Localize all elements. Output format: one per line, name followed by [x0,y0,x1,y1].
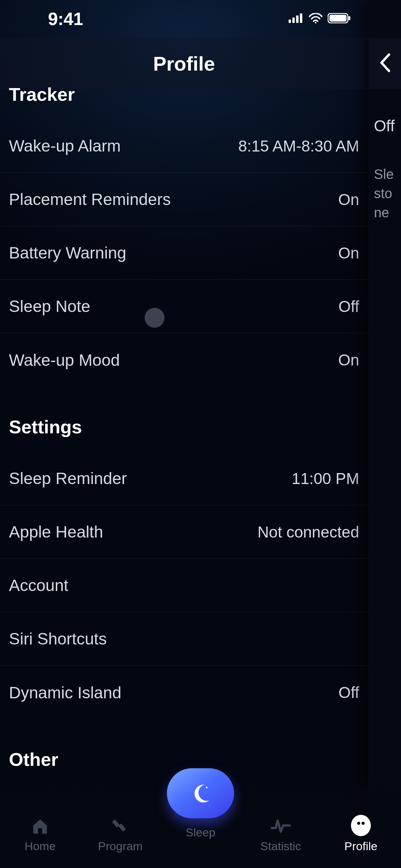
section-header-tracker: Tracker [0,84,368,105]
row-value: On [338,351,359,369]
tab-program[interactable]: Program [80,816,160,853]
tab-label: Home [25,840,56,853]
row-battery-warning[interactable]: Battery Warning On [0,226,368,280]
back-icon[interactable] [379,52,391,74]
tab-label: Program [98,840,143,853]
row-sleep-reminder[interactable]: Sleep Reminder 11:00 PM [0,452,368,505]
row-siri-shortcuts[interactable]: Siri Shortcuts [0,612,368,666]
status-indicators [289,13,351,25]
svg-rect-2 [296,15,299,23]
row-dynamic-island[interactable]: Dynamic Island Off [0,666,368,719]
tab-sleep[interactable]: Sleep [160,785,241,853]
tab-home[interactable]: Home [0,816,80,853]
svg-rect-1 [292,17,295,23]
row-value: 8:15 AM-8:30 AM [238,137,359,155]
svg-rect-7 [349,16,350,20]
row-label: Siri Shortcuts [9,629,107,648]
row-value: On [338,190,359,209]
section-header-other: Other [0,749,368,770]
row-value: On [338,244,359,262]
row-apple-health[interactable]: Apple Health Not connected [0,505,368,559]
detail-sheet-description: Sle sto ne [374,165,394,222]
tab-label: Profile [344,840,377,853]
settings-list[interactable]: Tracker Wake-up Alarm 8:15 AM-8:30 AM Pl… [0,89,368,868]
row-label: Sleep Reminder [9,469,127,488]
battery-icon [328,13,351,25]
row-label: Dynamic Island [9,683,121,702]
row-label: Account [9,576,68,595]
svg-rect-6 [329,15,347,22]
row-label: Wake-up Mood [9,351,120,370]
status-time: 9:41 [48,9,83,29]
program-icon [110,816,130,835]
row-value: Not connected [257,523,359,541]
nav-header: Profile [0,38,368,89]
detail-sheet-value: Off [374,117,395,135]
profile-icon [351,816,371,835]
svg-rect-0 [289,20,291,23]
row-sleep-note[interactable]: Sleep Note Off [0,280,368,333]
row-placement-reminders[interactable]: Placement Reminders On [0,173,368,226]
touch-indicator-icon [145,308,165,328]
status-bar: 9:41 [0,0,368,38]
profile-main-panel: 9:41 Profile Tracker Wake-up A [0,0,368,868]
tab-profile[interactable]: Profile [321,816,401,853]
home-icon [30,816,50,835]
row-label: Placement Reminders [9,190,171,209]
svg-rect-3 [300,13,302,23]
wifi-icon [308,13,323,25]
tab-label: Statistic [260,840,301,853]
row-label: Battery Warning [9,243,126,262]
sleep-icon [167,768,234,818]
row-account[interactable]: Account [0,559,368,612]
row-wake-up-alarm[interactable]: Wake-up Alarm 8:15 AM-8:30 AM [0,119,368,173]
svg-point-4 [315,22,317,24]
row-value: Off [338,297,359,316]
statistic-icon [271,816,291,835]
section-header-settings: Settings [0,416,368,437]
row-value: Off [338,683,359,702]
detail-sheet-header [368,38,401,89]
row-label: Wake-up Alarm [9,136,121,155]
page-title: Profile [153,52,215,75]
row-wake-up-mood[interactable]: Wake-up Mood On [0,333,368,387]
cellular-icon [289,13,304,24]
tab-bar: Home Program Sleep Statistic [0,779,401,868]
detail-sheet-peek[interactable]: Off Sle sto ne [368,0,401,868]
row-label: Sleep Note [9,297,90,316]
tab-statistic[interactable]: Statistic [241,816,321,853]
row-label: Apple Health [9,522,103,541]
tab-label: Sleep [186,826,216,839]
row-value: 11:00 PM [292,469,359,488]
